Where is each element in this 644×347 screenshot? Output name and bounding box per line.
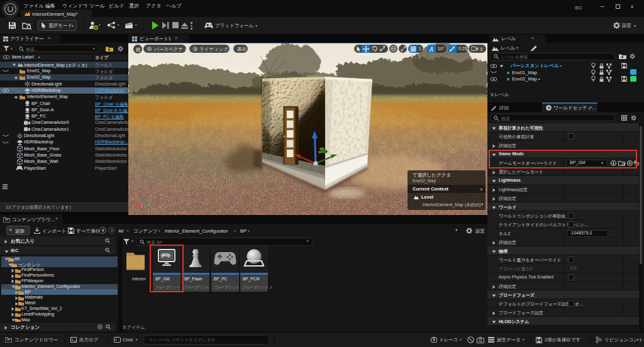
- svg-text:x: x: [131, 203, 133, 207]
- svg-text:y: y: [153, 207, 155, 211]
